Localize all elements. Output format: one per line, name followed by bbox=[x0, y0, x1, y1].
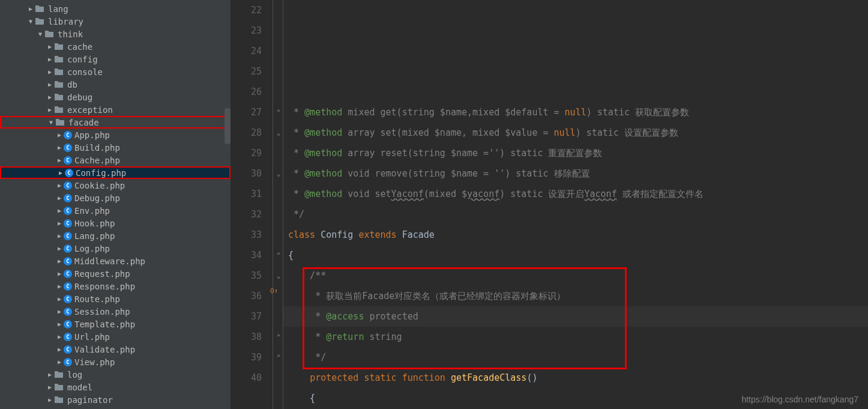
fold-toggle-icon[interactable]: ⌃ bbox=[274, 251, 283, 259]
chevron-right-icon[interactable]: ▶ bbox=[46, 384, 54, 390]
chevron-right-icon[interactable]: ▶ bbox=[55, 195, 64, 201]
override-gutter-icon[interactable]: O↑ bbox=[270, 281, 282, 293]
tree-folder-think[interactable]: ▼think bbox=[0, 28, 231, 40]
tree-file-config-php[interactable]: ▶CConfig.php bbox=[0, 166, 231, 179]
tree-item-label: config bbox=[67, 55, 98, 64]
code-line[interactable]: * @method array reset(string $name ='') … bbox=[288, 143, 868, 163]
tree-folder-cache[interactable]: ▶cache bbox=[0, 40, 231, 53]
chevron-down-icon[interactable]: ▼ bbox=[47, 119, 55, 126]
chevron-right-icon[interactable]: ▶ bbox=[46, 396, 54, 403]
fold-toggle-icon[interactable]: ⌃ bbox=[274, 353, 283, 362]
chevron-down-icon[interactable]: ▼ bbox=[26, 18, 35, 25]
tree-item-label: Build.php bbox=[74, 143, 120, 153]
fold-column[interactable]: ⌃⌄⌄⌃⌄⌃⌃ bbox=[273, 0, 283, 409]
code-line[interactable]: */ bbox=[288, 204, 868, 225]
fold-toggle-icon[interactable]: ⌃ bbox=[274, 108, 283, 117]
chevron-right-icon[interactable]: ▶ bbox=[46, 81, 54, 88]
tree-folder-library[interactable]: ▼library bbox=[0, 15, 231, 28]
tree-folder-facade[interactable]: ▼facade bbox=[0, 116, 231, 129]
code-line[interactable]: { bbox=[288, 245, 868, 265]
tree-file-url-php[interactable]: ▶CUrl.php bbox=[0, 330, 231, 343]
tree-file-validate-php[interactable]: ▶CValidate.php bbox=[0, 343, 231, 356]
tree-file-log-php[interactable]: ▶CLog.php bbox=[0, 242, 231, 255]
tree-folder-config[interactable]: ▶config bbox=[0, 53, 231, 65]
tree-file-middleware-php[interactable]: ▶CMiddleware.php bbox=[0, 255, 231, 267]
chevron-right-icon[interactable]: ▶ bbox=[55, 182, 64, 189]
fold-toggle-icon[interactable]: ⌄ bbox=[274, 271, 283, 280]
tree-folder-log[interactable]: ▶log bbox=[0, 368, 231, 381]
chevron-right-icon[interactable]: ▶ bbox=[46, 56, 54, 62]
tree-file-hook-php[interactable]: ▶CHook.php bbox=[0, 217, 231, 229]
chevron-right-icon[interactable]: ▶ bbox=[55, 258, 64, 264]
chevron-right-icon[interactable]: ▶ bbox=[55, 295, 64, 302]
chevron-right-icon[interactable]: ▶ bbox=[55, 132, 64, 138]
chevron-right-icon[interactable]: ▶ bbox=[56, 169, 65, 176]
chevron-down-icon[interactable]: ▼ bbox=[36, 31, 44, 37]
tree-item-label: Request.php bbox=[74, 269, 130, 279]
tree-file-env-php[interactable]: ▶CEnv.php bbox=[0, 204, 231, 217]
tree-file-response-php[interactable]: ▶CResponse.php bbox=[0, 280, 231, 292]
code-line[interactable]: class Config extends Facade bbox=[288, 225, 868, 245]
code-line[interactable]: * @access protected bbox=[288, 306, 868, 327]
tree-folder-console[interactable]: ▶console bbox=[0, 65, 231, 78]
fold-toggle-icon[interactable]: ⌄ bbox=[274, 169, 283, 178]
code-line[interactable]: /** bbox=[288, 265, 868, 286]
tree-file-request-php[interactable]: ▶CRequest.php bbox=[0, 267, 231, 280]
chevron-right-icon[interactable]: ▶ bbox=[46, 106, 54, 113]
chevron-right-icon[interactable]: ▶ bbox=[55, 144, 64, 151]
tree-file-route-php[interactable]: ▶CRoute.php bbox=[0, 292, 231, 305]
chevron-right-icon[interactable]: ▶ bbox=[55, 321, 64, 327]
scrollbar-thumb[interactable] bbox=[225, 108, 231, 144]
tree-file-template-php[interactable]: ▶CTemplate.php bbox=[0, 318, 231, 330]
code-area[interactable]: O↑ * @method mixed get(string $name,mixe… bbox=[283, 0, 868, 409]
code-line[interactable]: * 获取当前Facade对应类名（或者已经绑定的容器对象标识） bbox=[288, 286, 868, 306]
chevron-right-icon[interactable]: ▶ bbox=[46, 94, 54, 100]
fold-toggle-icon[interactable]: ⌃ bbox=[274, 333, 283, 341]
code-line[interactable]: * @method void setYaconf(mixed $yaconf) … bbox=[288, 184, 868, 204]
tree-folder-lang[interactable]: ▶lang bbox=[0, 2, 231, 15]
code-editor[interactable]: 22232425262728293031323334353637383940 ⌃… bbox=[231, 0, 868, 409]
chevron-right-icon[interactable]: ▶ bbox=[26, 5, 35, 12]
tree-file-view-php[interactable]: ▶CView.php bbox=[0, 356, 231, 368]
chevron-right-icon[interactable]: ▶ bbox=[55, 283, 64, 289]
chevron-right-icon[interactable]: ▶ bbox=[55, 232, 64, 239]
code-line[interactable]: */ bbox=[288, 347, 868, 368]
code-line[interactable]: * @method array set(mixed $name, mixed $… bbox=[288, 123, 868, 143]
tree-folder-model[interactable]: ▶model bbox=[0, 381, 231, 393]
tree-file-cache-php[interactable]: ▶CCache.php bbox=[0, 154, 231, 166]
tree-file-build-php[interactable]: ▶CBuild.php bbox=[0, 141, 231, 154]
chevron-right-icon[interactable]: ▶ bbox=[55, 270, 64, 277]
code-line[interactable]: protected static function getFacadeClass… bbox=[288, 368, 868, 388]
chevron-right-icon[interactable]: ▶ bbox=[55, 308, 64, 315]
tree-file-session-php[interactable]: ▶CSession.php bbox=[0, 305, 231, 318]
tree-file-app-php[interactable]: ▶CApp.php bbox=[0, 129, 231, 141]
folder-icon bbox=[54, 55, 65, 64]
tree-folder-debug[interactable]: ▶debug bbox=[0, 91, 231, 103]
tree-file-lang-php[interactable]: ▶CLang.php bbox=[0, 229, 231, 242]
chevron-right-icon[interactable]: ▶ bbox=[55, 359, 64, 365]
line-number: 27 bbox=[231, 102, 262, 123]
code-line[interactable]: * @return string bbox=[288, 327, 868, 347]
line-number: 25 bbox=[231, 61, 262, 82]
chevron-right-icon[interactable]: ▶ bbox=[55, 245, 64, 252]
chevron-right-icon[interactable]: ▶ bbox=[55, 220, 64, 226]
php-class-icon: C bbox=[64, 345, 72, 354]
code-line[interactable]: * @method void remove(string $name = '')… bbox=[288, 163, 868, 184]
chevron-right-icon[interactable]: ▶ bbox=[55, 346, 64, 353]
watermark: https://blog.csdn.net/fangkang7 bbox=[741, 395, 858, 404]
chevron-right-icon[interactable]: ▶ bbox=[46, 43, 54, 50]
tree-file-debug-php[interactable]: ▶CDebug.php bbox=[0, 192, 231, 204]
chevron-right-icon[interactable]: ▶ bbox=[55, 207, 64, 214]
chevron-right-icon[interactable]: ▶ bbox=[55, 333, 64, 340]
fold-toggle-icon[interactable]: ⌄ bbox=[274, 129, 283, 137]
code-line[interactable]: * @method mixed get(string $name,mixed $… bbox=[288, 102, 868, 123]
tree-folder-paginator[interactable]: ▶paginator bbox=[0, 393, 231, 406]
chevron-right-icon[interactable]: ▶ bbox=[46, 371, 54, 378]
tree-file-cookie-php[interactable]: ▶CCookie.php bbox=[0, 179, 231, 192]
chevron-right-icon[interactable]: ▶ bbox=[55, 157, 64, 163]
chevron-right-icon[interactable]: ▶ bbox=[46, 68, 54, 75]
tree-item-label: debug bbox=[67, 92, 92, 102]
project-tree[interactable]: ▶lang▼library▼think▶cache▶config▶console… bbox=[0, 0, 231, 409]
tree-folder-exception[interactable]: ▶exception bbox=[0, 103, 231, 116]
tree-folder-db[interactable]: ▶db bbox=[0, 78, 231, 91]
